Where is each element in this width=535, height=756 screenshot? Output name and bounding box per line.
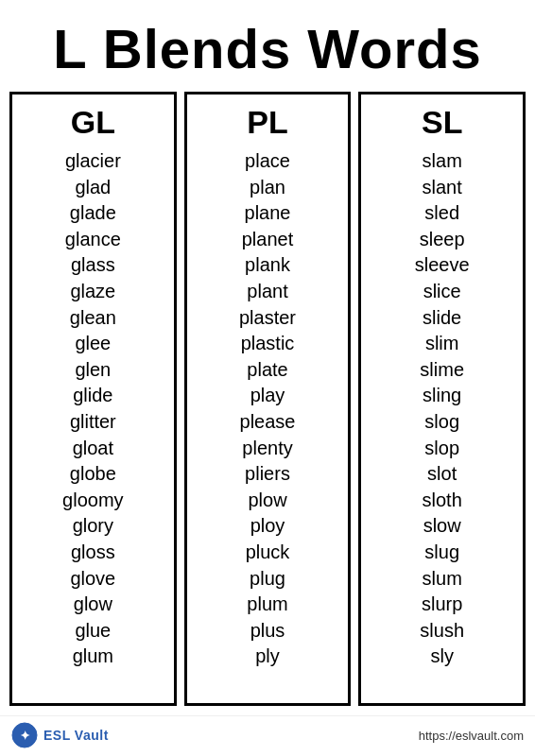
- footer-url: https://eslvault.com: [419, 729, 524, 743]
- page-title: L Blends Words: [0, 0, 535, 92]
- list-item: slush: [420, 618, 464, 644]
- list-item: slide: [423, 305, 461, 332]
- list-item: gloss: [71, 540, 115, 566]
- list-item: glen: [75, 357, 111, 384]
- word-list-pl: placeplanplaneplanetplankplantplasterpla…: [191, 148, 345, 670]
- list-item: slop: [424, 436, 459, 462]
- list-item: plate: [247, 357, 287, 384]
- list-item: glad: [75, 175, 111, 201]
- esl-vault-icon: ✦: [11, 722, 38, 748]
- list-item: glue: [75, 618, 111, 644]
- list-item: plant: [247, 279, 287, 305]
- list-item: plus: [250, 618, 285, 644]
- list-item: slow: [423, 513, 461, 540]
- list-item: slant: [423, 175, 462, 201]
- column-sl: SLslamslantsledsleepsleevesliceslideslim…: [358, 92, 526, 706]
- list-item: plow: [248, 488, 286, 514]
- list-item: pliers: [245, 461, 290, 488]
- word-list-sl: slamslantsledsleepsleevesliceslideslimsl…: [365, 148, 519, 670]
- list-item: glacier: [65, 148, 121, 175]
- list-item: glee: [75, 331, 111, 357]
- column-pl: PLplaceplanplaneplanetplankplantplasterp…: [184, 92, 352, 706]
- list-item: slice: [423, 279, 461, 305]
- list-item: sleeve: [415, 252, 470, 279]
- list-item: gloat: [73, 436, 113, 462]
- list-item: glitter: [70, 409, 116, 436]
- list-item: plastic: [241, 331, 295, 357]
- list-item: plug: [250, 566, 285, 593]
- column-header-sl: SL: [422, 104, 462, 141]
- list-item: play: [250, 383, 285, 409]
- list-item: ply: [255, 644, 280, 670]
- list-item: slime: [420, 357, 464, 384]
- footer-logo: ✦ ESL Vault: [11, 722, 109, 748]
- list-item: slog: [424, 409, 459, 436]
- list-item: gloomy: [62, 488, 123, 514]
- list-item: slot: [427, 461, 457, 488]
- list-item: glance: [65, 227, 121, 253]
- list-item: plan: [250, 175, 285, 201]
- list-item: please: [240, 409, 296, 436]
- list-item: glide: [73, 383, 112, 409]
- column-gl: GLglaciergladgladeglanceglassglazegleang…: [9, 92, 177, 706]
- list-item: plaster: [239, 305, 296, 332]
- list-item: glove: [70, 566, 115, 593]
- list-item: sly: [430, 644, 453, 670]
- list-item: slug: [424, 540, 459, 566]
- list-item: sloth: [423, 488, 462, 514]
- list-item: plum: [247, 592, 287, 618]
- list-item: globe: [70, 461, 116, 488]
- list-item: slurp: [422, 592, 462, 618]
- list-item: ploy: [250, 513, 285, 540]
- svg-text:✦: ✦: [20, 729, 30, 743]
- list-item: slim: [425, 331, 459, 357]
- list-item: planet: [242, 227, 294, 253]
- list-item: glow: [74, 592, 112, 618]
- columns-container: GLglaciergladgladeglanceglassglazegleang…: [0, 92, 535, 715]
- column-header-gl: GL: [71, 104, 115, 141]
- list-item: glean: [70, 305, 116, 332]
- list-item: slum: [423, 566, 462, 593]
- list-item: glaze: [70, 279, 115, 305]
- list-item: sling: [423, 383, 461, 409]
- list-item: glory: [73, 513, 113, 540]
- list-item: slam: [423, 148, 462, 175]
- footer-logo-text: ESL Vault: [43, 728, 109, 743]
- list-item: glade: [70, 200, 116, 227]
- list-item: sled: [424, 200, 459, 227]
- list-item: plank: [245, 252, 290, 279]
- list-item: pluck: [246, 540, 290, 566]
- list-item: plenty: [242, 436, 292, 462]
- list-item: sleep: [420, 227, 465, 253]
- column-header-pl: PL: [247, 104, 287, 141]
- list-item: glass: [71, 252, 115, 279]
- list-item: glum: [73, 644, 113, 670]
- footer: ✦ ESL Vault https://eslvault.com: [0, 715, 535, 756]
- list-item: place: [245, 148, 290, 175]
- list-item: plane: [245, 200, 291, 227]
- word-list-gl: glaciergladgladeglanceglassglazegleangle…: [16, 148, 170, 670]
